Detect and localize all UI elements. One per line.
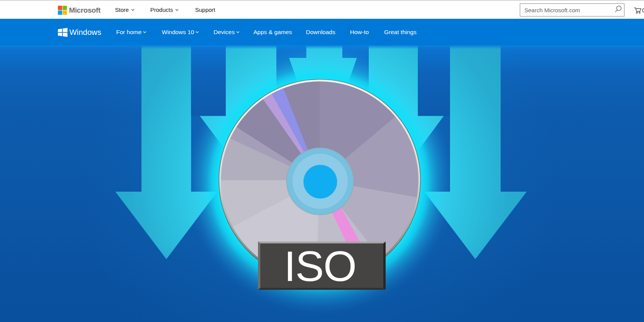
svg-text:ISO: ISO bbox=[284, 242, 356, 290]
